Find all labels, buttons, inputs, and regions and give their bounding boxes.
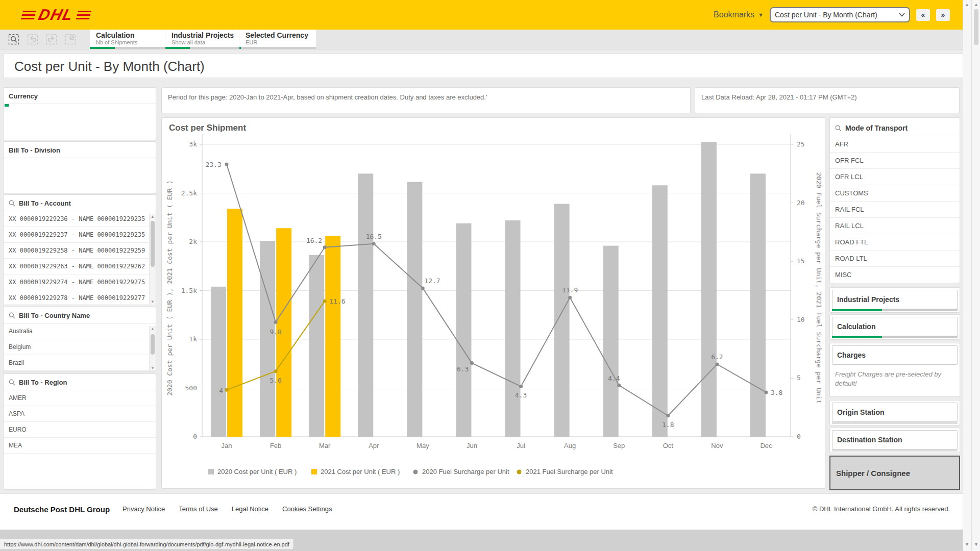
point-2020 Fuel Surcharge per Unit[interactable] (568, 296, 572, 299)
bookmarks-label: Bookmarks (714, 10, 754, 19)
country-item[interactable]: Australia (4, 323, 156, 339)
account-item[interactable]: XX 0000019229237 - NAME 0000019229235 (4, 227, 156, 243)
currency-selected-indicator (5, 104, 9, 107)
point-2020 Fuel Surcharge per Unit[interactable] (617, 384, 621, 387)
bar-2020 Cost per Unit ( EUR )[interactable] (554, 204, 570, 437)
point-2021 Fuel Surcharge per Unit[interactable] (225, 388, 229, 392)
charges-card: Charges Freight Charges are pre-selected… (829, 343, 960, 397)
account-list-scrollbar[interactable]: ▲ ▼ (149, 214, 156, 305)
filter-currency[interactable]: Currency (3, 87, 156, 140)
filter-region[interactable]: Bill To - Region AMERASPAEUROMEA (3, 373, 156, 490)
svg-text:Jan: Jan (222, 442, 232, 449)
svg-text:16.2: 16.2 (306, 237, 322, 244)
bar-2020 Cost per Unit ( EUR )[interactable] (505, 220, 521, 437)
mode-of-transport-item[interactable]: AFR (830, 136, 960, 153)
point-2020 Fuel Surcharge per Unit[interactable] (274, 320, 278, 324)
point-2020 Fuel Surcharge per Unit[interactable] (470, 361, 474, 365)
combo-chart-canvas[interactable]: 05001k1.5k2k2.5k3k0510152025JanFebMarApr… (162, 133, 825, 487)
next-sheet-button[interactable]: » (936, 9, 950, 21)
region-item[interactable]: AMER (4, 390, 156, 406)
footer-link-cookies-settings[interactable]: Cookies Settings (282, 505, 332, 513)
point-2021 Fuel Surcharge per Unit[interactable] (274, 369, 278, 373)
svg-text:3k: 3k (189, 140, 197, 148)
industrial-projects-button[interactable]: Industrial Projects (832, 290, 958, 309)
inner-vertical-scrollbar[interactable]: ▲ ▼ (963, 0, 971, 551)
bar-2020 Cost per Unit ( EUR )[interactable] (652, 185, 668, 437)
sheet-selector-value: Cost per Unit - By Month (Chart) (775, 11, 877, 19)
bar-2021 Cost per Unit ( EUR )[interactable] (325, 236, 340, 437)
mode-of-transport-item[interactable]: ROAD LTL (830, 251, 960, 267)
step-forward-button[interactable] (43, 31, 60, 47)
prev-sheet-button[interactable]: « (916, 9, 930, 21)
svg-text:1.8: 1.8 (662, 421, 674, 429)
filter-account[interactable]: Bill To - Account XX 0000019229236 - NAM… (3, 194, 156, 305)
region-item[interactable]: ASPA (4, 406, 156, 422)
bar-2020 Cost per Unit ( EUR )[interactable] (750, 173, 766, 437)
country-item[interactable]: Brazil (4, 355, 156, 371)
shipper-consignee-button[interactable]: Shipper / Consignee (829, 456, 960, 490)
point-2020 Fuel Surcharge per Unit[interactable] (323, 245, 327, 249)
footer-link-legal-notice[interactable]: Legal Notice (232, 505, 268, 513)
mode-of-transport-item[interactable]: RAIL FCL (830, 202, 960, 218)
account-item[interactable]: XX 0000019229236 - NAME 0000019229235 (4, 211, 156, 227)
tab-selected-currency[interactable]: Selected Currency EUR (239, 30, 316, 47)
point-2020 Fuel Surcharge per Unit[interactable] (764, 390, 768, 394)
filter-division[interactable]: Bill To - Division (3, 141, 156, 193)
svg-text:20: 20 (797, 199, 805, 207)
bar-2020 Cost per Unit ( EUR )[interactable] (260, 241, 275, 437)
account-item[interactable]: XX 0000019229258 - NAME 0000019229259 (4, 243, 156, 259)
account-item[interactable]: XX 0000019229263 - NAME 0000019229262 (4, 259, 156, 274)
mode-of-transport-item[interactable]: RAIL LCL (830, 218, 960, 234)
bar-2020 Cost per Unit ( EUR )[interactable] (358, 173, 373, 437)
search-icon (835, 125, 842, 132)
destination-station-button[interactable]: Destination Station (832, 430, 958, 449)
point-2020 Fuel Surcharge per Unit[interactable] (372, 242, 376, 245)
tab-industrial-projects[interactable]: Industrial Projects Show all data (165, 30, 239, 47)
tab-calculation[interactable]: Calculation Nb of Shipments (90, 30, 165, 47)
bar-2020 Cost per Unit ( EUR )[interactable] (211, 287, 226, 437)
region-item[interactable]: MEA (4, 438, 156, 454)
page-vertical-scrollbar[interactable]: ▲ ▼ (971, 0, 980, 551)
filter-mode-of-transport[interactable]: Mode of Transport AFROFR FCLOFR LCLCUSTO… (829, 117, 960, 283)
step-back-button[interactable] (24, 31, 41, 47)
point-2020 Fuel Surcharge per Unit[interactable] (519, 385, 523, 388)
origin-station-button[interactable]: Origin Station (832, 403, 958, 422)
bar-2020 Cost per Unit ( EUR )[interactable] (456, 223, 471, 437)
point-2020 Fuel Surcharge per Unit[interactable] (225, 162, 229, 166)
bar-2020 Cost per Unit ( EUR )[interactable] (309, 255, 324, 437)
calculation-button[interactable]: Calculation (832, 317, 958, 336)
svg-text:5.6: 5.6 (270, 377, 281, 384)
period-info-card: Period for this page: 2020-Jan to 2021-A… (161, 87, 691, 113)
mode-of-transport-item[interactable]: OFR LCL (830, 169, 960, 185)
filter-country[interactable]: Bill To - Country Name AustraliaBelgiumB… (3, 307, 156, 372)
mode-of-transport-item[interactable]: CUSTOMS (830, 185, 960, 202)
sheet-selector[interactable]: Cost per Unit - By Month (Chart) (770, 7, 910, 22)
account-item[interactable]: XX 0000019229278 - NAME 0000019229277 (4, 290, 156, 306)
cost-per-shipment-chart[interactable]: Cost per Shipment 05001k1.5k2k2.5k3k0510… (161, 117, 825, 489)
point-2020 Fuel Surcharge per Unit[interactable] (715, 362, 719, 366)
account-item[interactable]: XX 0000019229274 - NAME 0000019229275 (4, 274, 156, 290)
bookmarks-dropdown[interactable]: Bookmarks ▼ (714, 10, 764, 19)
clear-selections-button[interactable] (62, 31, 79, 47)
charges-button[interactable]: Charges (832, 345, 958, 365)
country-list-scrollbar[interactable]: ▲ ▼ (149, 326, 156, 371)
point-2020 Fuel Surcharge per Unit[interactable] (666, 414, 670, 417)
bar-2020 Cost per Unit ( EUR )[interactable] (407, 182, 422, 437)
point-2021 Fuel Surcharge per Unit[interactable] (323, 299, 327, 303)
region-item[interactable]: EURO (4, 422, 156, 438)
footer-link-privacy-notice[interactable]: Privacy Notice (122, 505, 165, 513)
footer-link-terms-of-use[interactable]: Terms of Use (179, 505, 218, 513)
svg-text:500: 500 (185, 384, 197, 392)
country-item[interactable]: Belgium (4, 339, 156, 355)
bar-2020 Cost per Unit ( EUR )[interactable] (603, 246, 619, 437)
selections-tool-button[interactable] (5, 31, 22, 47)
point-2020 Fuel Surcharge per Unit[interactable] (421, 286, 425, 290)
legend-marker (517, 470, 522, 474)
mode-of-transport-item[interactable]: MISC (830, 267, 960, 283)
bar-2020 Cost per Unit ( EUR )[interactable] (701, 142, 717, 437)
charges-note: Freight Charges are pre-selected by defa… (832, 365, 958, 388)
mode-of-transport-item[interactable]: ROAD FTL (830, 234, 960, 251)
mode-of-transport-item[interactable]: OFR FCL (830, 153, 960, 169)
line-2020 Fuel Surcharge per Unit[interactable] (227, 164, 766, 416)
bar-2021 Cost per Unit ( EUR )[interactable] (227, 209, 242, 437)
